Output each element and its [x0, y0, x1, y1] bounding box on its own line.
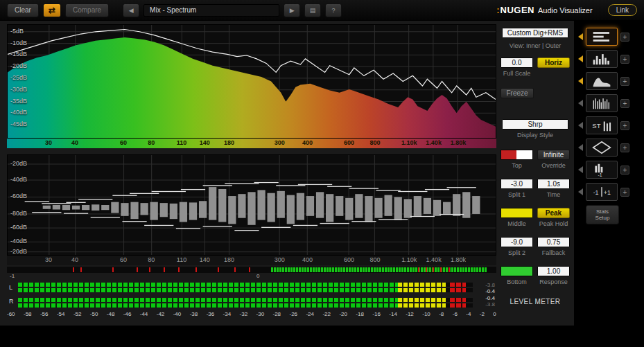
- db-scale-label: -24: [306, 311, 314, 317]
- freq-label: 1.40k: [426, 139, 442, 146]
- freq-label: 800: [369, 139, 380, 146]
- split1-input[interactable]: -3.0: [501, 179, 533, 189]
- db-scale-label: -22: [322, 311, 331, 317]
- horiz-button[interactable]: Horiz: [537, 57, 570, 68]
- link-button[interactable]: Link: [608, 4, 637, 16]
- band-meter-display[interactable]: -20dB-40dB-60dB-80dB-60dB-40dB-20dB: [7, 154, 496, 256]
- clear-button[interactable]: Clear: [7, 3, 39, 17]
- list-icon: ▤: [310, 7, 316, 14]
- mode-vectorscope-button[interactable]: [586, 139, 618, 157]
- correlation-red-tick: [449, 267, 450, 272]
- add-correlation-button[interactable]: +: [620, 188, 629, 197]
- add-spectrum-button[interactable]: +: [620, 77, 629, 86]
- freq-label: 1.10k: [401, 139, 417, 146]
- next-preset-button[interactable]: ▶: [284, 3, 300, 17]
- freq-label: 300: [275, 139, 285, 146]
- db-scale-label: -10: [422, 311, 430, 317]
- meter-db-scale: -60-58-56-54-52-50-48-46-44-42-40-38-36-…: [7, 311, 496, 317]
- correlation-red-tick: [164, 267, 165, 272]
- spectrum-analyzer[interactable]: -5dB-10dB-15dB-20dB-25dB-30dB-35dB-40dB-…: [7, 24, 496, 139]
- freq-label: 30: [45, 139, 52, 146]
- correlation-red-tick: [418, 267, 419, 272]
- add-spectrogram-button[interactable]: +: [620, 99, 629, 108]
- db-scale-label: -60: [7, 311, 15, 317]
- full-scale-input[interactable]: 0.0: [501, 57, 533, 68]
- db-scale-label: -36: [207, 311, 215, 317]
- spectrum-plot: [8, 25, 496, 138]
- freq-label: 40: [71, 139, 78, 146]
- compare-button[interactable]: Compare: [65, 3, 109, 17]
- top-label: Top: [501, 162, 533, 169]
- db-scale-label: -6: [453, 311, 458, 317]
- peak-button[interactable]: Peak: [537, 208, 570, 218]
- split2-input[interactable]: -9.0: [501, 237, 533, 247]
- correlation-icon: -1+1: [588, 184, 616, 199]
- mode-select-arrow-icon[interactable]: [578, 122, 583, 129]
- mode-select-arrow-icon[interactable]: [578, 144, 583, 151]
- db-scale-label: -18: [356, 311, 364, 317]
- correlation-red-tick: [249, 267, 250, 272]
- time-label: Time: [537, 191, 570, 198]
- db-scale-label: -54: [57, 311, 65, 317]
- swap-arrows-button[interactable]: ⇄: [43, 3, 61, 17]
- mode-select-arrow-icon[interactable]: [578, 166, 583, 173]
- freq-label: 400: [302, 139, 313, 146]
- add-histogram-button[interactable]: +: [620, 55, 629, 64]
- help-button[interactable]: ?: [325, 3, 342, 17]
- freq-label: 140: [200, 139, 210, 146]
- mode-select-arrow-icon[interactable]: [578, 33, 583, 40]
- mode-correlation-button[interactable]: -1+1: [586, 183, 618, 201]
- meter-bar: [18, 288, 473, 292]
- freeze-button[interactable]: Freeze: [501, 88, 534, 98]
- time-input[interactable]: 1.0s: [537, 179, 570, 189]
- correlation-zero-label: 0: [256, 273, 259, 279]
- middle-color-swatch[interactable]: [501, 208, 533, 218]
- mode-select-arrow-icon[interactable]: [578, 100, 583, 107]
- response-input[interactable]: 1.00: [537, 266, 570, 276]
- prev-preset-button[interactable]: ◀: [123, 3, 139, 17]
- db-scale-label: -4: [466, 311, 471, 317]
- svg-text:ST: ST: [592, 122, 600, 130]
- db-scale-label: -42: [157, 311, 165, 317]
- db-scale-label: -26: [289, 311, 297, 317]
- mode-spectrum-button[interactable]: [586, 72, 618, 90]
- left-channel-label: L: [9, 283, 18, 292]
- preset-name-field[interactable]: Mix - Spectrum: [143, 4, 279, 17]
- bottom-color-swatch[interactable]: [501, 266, 533, 276]
- brand-name: NUGEN: [501, 5, 534, 15]
- stats-setup-button[interactable]: Stats Setup: [586, 205, 619, 224]
- mode-select-arrow-icon[interactable]: [578, 55, 583, 62]
- add-stereo-meter-button[interactable]: +: [620, 121, 629, 130]
- display-style-select[interactable]: Shrp: [502, 119, 568, 130]
- add-vectorscope-button[interactable]: +: [620, 143, 629, 152]
- top-color-swatch[interactable]: [501, 150, 533, 160]
- spacer-label: [537, 70, 570, 77]
- preset-list-button[interactable]: ▤: [304, 3, 321, 17]
- infinite-button[interactable]: Infinite: [537, 150, 570, 160]
- db-scale-label: -46: [123, 311, 132, 317]
- mode-row: -1+: [578, 161, 642, 179]
- full-scale-label: Full Scale: [501, 70, 533, 77]
- meter-readout: -3.8: [473, 283, 495, 288]
- correlation-strip: [7, 267, 496, 273]
- mode-spectrogram-button[interactable]: [586, 94, 618, 112]
- meter-readout: -0.4: [473, 296, 495, 301]
- mode-select-arrow-icon[interactable]: [578, 188, 583, 195]
- mode-level-meter-button[interactable]: [586, 28, 618, 46]
- meter-mode-select[interactable]: Custom Dig+RMS: [502, 28, 568, 38]
- band-frequency-scale: 304060801101401803004006008001.10k1.40k1…: [7, 256, 496, 265]
- mode-histogram-button[interactable]: [586, 50, 618, 68]
- add-level-meter-button[interactable]: +: [620, 33, 629, 42]
- add-mini-meter-button[interactable]: +: [620, 166, 629, 175]
- db-scale-label: -14: [389, 311, 397, 317]
- spectrum-frequency-scale: 304060801101401803004006008001.10k1.40k1…: [7, 139, 496, 148]
- fallback-input[interactable]: 0.75: [537, 237, 570, 247]
- brand-suffix: Audio Visualizer: [538, 6, 593, 15]
- freq-label: 1.10k: [401, 256, 417, 263]
- mode-mini-meter-button[interactable]: -1: [586, 161, 618, 179]
- mode-select-arrow-icon[interactable]: [578, 78, 583, 84]
- db-scale-label: -44: [140, 311, 148, 317]
- mode-stereo-meter-button[interactable]: ST: [586, 116, 618, 134]
- correlation-red-tick: [218, 267, 219, 272]
- correlation-red-tick: [80, 267, 82, 272]
